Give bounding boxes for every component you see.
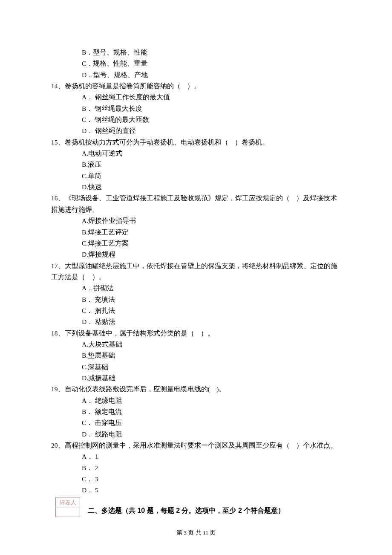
question-17-stem: 17、大型原油罐绝热层施工中，依托焊接在管壁上的保温支架，将绝热材料制品绑紧、定… <box>51 260 341 283</box>
option: D． 粘贴法 <box>82 316 341 327</box>
option-text: 规格、性能、重量 <box>93 60 147 67</box>
option-letter: B <box>82 49 86 56</box>
option: C． 击穿电压 <box>82 417 341 428</box>
option: D． 钢丝绳的直径 <box>82 125 341 136</box>
option: C． 3 <box>82 474 341 485</box>
option: C．规格、性能、重量 <box>82 58 341 69</box>
question-20-options: A． 1 B． 2 C． 3 D． 5 <box>82 451 341 496</box>
question-15-stem: 15、卷扬机按动力方式可分为手动卷扬机、电动卷扬机和（ ）卷扬机。 <box>51 137 341 148</box>
option: C． 捆扎法 <box>82 305 341 316</box>
option: C.焊接工艺方案 <box>82 238 341 249</box>
option-letter: C <box>82 60 86 67</box>
question-18-options: A.大块式基础 B.垫层基础 C.深基础 D.减振基础 <box>82 339 341 384</box>
question-17-options: A．拼砌法 B． 充填法 C． 捆扎法 D． 粘贴法 <box>82 283 341 327</box>
option-text: 型号、规格、性能 <box>93 49 147 56</box>
option: B． 2 <box>82 462 341 474</box>
option: D． 线路电阻 <box>82 429 341 440</box>
option: B．型号、规格、性能 <box>82 47 341 58</box>
option-letter: D <box>82 71 86 78</box>
option: D．型号、规格、产地 <box>82 69 341 81</box>
option: A.焊接作业指导书 <box>82 215 341 226</box>
option: D.焊接规程 <box>82 249 341 260</box>
option: A.大块式基础 <box>82 339 341 350</box>
option: D． 5 <box>82 485 341 496</box>
question-20-stem: 20、高程控制网的测量中，采用水准测量法时要求一个测区及其周围至少应有（ ）个水… <box>51 440 341 451</box>
question-19-stem: 19、自动化仪表线路敷设完毕后，应测量电缆电线的( )。 <box>51 384 341 395</box>
option: A． 绝缘电阻 <box>82 395 341 406</box>
section-2-header-row: 评卷人 二、多选题（共 10 题，每题 2 分。选项中，至少 2 个符合题意） <box>51 496 341 517</box>
question-14-stem: 14、卷扬机的容绳量是指卷筒所能容纳的（ ）。 <box>51 81 341 92</box>
option: B． 充填法 <box>82 294 341 305</box>
question-16-options: A.焊接作业指导书 B.焊接工艺评定 C.焊接工艺方案 D.焊接规程 <box>82 215 341 260</box>
option: B． 额定电流 <box>82 406 341 417</box>
option: D.减振基础 <box>82 373 341 384</box>
grader-blank <box>56 508 80 517</box>
question-19-options: A． 绝缘电阻 B． 额定电流 C． 击穿电压 D． 线路电阻 <box>82 395 341 440</box>
question-16-stem: 16、《现场设备、工业管道焊接工程施工及验收规范》规定，焊工应按规定的（ ）及焊… <box>51 193 341 215</box>
question-18-stem: 18、下列设备基础中，属于结构形式分类的是（ ）。 <box>51 328 341 339</box>
option: C.单筒 <box>82 171 341 182</box>
option: C． 钢丝绳的最大匝数 <box>82 114 341 125</box>
page-footer: 第 3 页 共 11 页 <box>0 528 392 538</box>
option: B.焊接工艺评定 <box>82 227 341 238</box>
option: A．拼砌法 <box>82 283 341 294</box>
page: B．型号、规格、性能 C．规格、性能、重量 D．型号、规格、产地 14、卷扬机的… <box>0 0 392 555</box>
option: D.快速 <box>82 182 341 193</box>
option: A． 钢丝绳工作长度的最大值 <box>82 92 341 103</box>
option: B.液压 <box>82 159 341 170</box>
option: A． 1 <box>82 451 341 462</box>
q13-options-continued: B．型号、规格、性能 C．规格、性能、重量 D．型号、规格、产地 <box>82 47 341 81</box>
option: B． 钢丝绳最大长度 <box>82 103 341 114</box>
question-14-options: A． 钢丝绳工作长度的最大值 B． 钢丝绳最大长度 C． 钢丝绳的最大匝数 D．… <box>82 92 341 136</box>
grader-box: 评卷人 <box>55 497 80 517</box>
option-text: 型号、规格、产地 <box>93 71 148 78</box>
option: B.垫层基础 <box>82 350 341 361</box>
option: C.深基础 <box>82 361 341 373</box>
option: A.电动可逆式 <box>82 148 341 159</box>
question-15-options: A.电动可逆式 B.液压 C.单筒 D.快速 <box>82 148 341 193</box>
section-2-heading: 二、多选题（共 10 题，每题 2 分。选项中，至少 2 个符合题意） <box>88 505 285 517</box>
grader-label: 评卷人 <box>56 497 80 508</box>
